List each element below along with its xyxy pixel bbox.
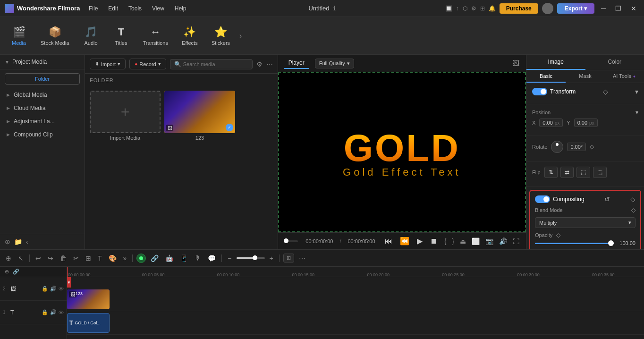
tl-redo-button[interactable]: ↪ (46, 254, 55, 263)
icon-minimize-window[interactable]: 🔲 (445, 5, 452, 12)
split-view-button[interactable]: ⬜ (471, 237, 481, 246)
compositing-toggle-switch[interactable] (535, 195, 550, 203)
track-1-lock-button[interactable]: 🔒 (42, 309, 48, 315)
tl-text-button[interactable]: T (96, 254, 104, 263)
close-button[interactable]: ✕ (628, 5, 639, 12)
sidebar-item-cloud-media[interactable]: ▶ Cloud Media (0, 102, 85, 115)
opacity-slider[interactable] (535, 243, 614, 244)
player-snapshot-button[interactable]: 🖼 (512, 59, 520, 68)
toolbar-stock-media[interactable]: 📦 Stock Media (35, 23, 75, 49)
tl-undo-button[interactable]: ↩ (34, 254, 43, 263)
media-thumb-123[interactable]: 🖼 ✓ (164, 91, 235, 133)
record-button[interactable]: ● Record ▾ (129, 59, 166, 69)
toolbar-media[interactable]: 🎬 Media (5, 23, 33, 49)
flip-vertical-button[interactable]: ⇄ (560, 167, 574, 178)
track-row-1[interactable]: T GOLD / Gol... (67, 311, 644, 335)
opacity-diamond-icon[interactable]: ◇ (556, 232, 560, 238)
tl-link-button[interactable]: 🔗 (149, 254, 161, 263)
stop-button[interactable]: ⏹ (428, 236, 440, 246)
video-clip[interactable]: 🖼 123 (67, 289, 110, 309)
icon-notification[interactable]: 🔔 (489, 5, 496, 12)
transform-diamond-icon[interactable]: ◇ (603, 88, 608, 95)
filter-icon[interactable]: ⚙ (256, 60, 263, 68)
position-expand-icon[interactable]: ▾ (636, 109, 638, 116)
avatar[interactable] (542, 3, 553, 14)
rotate-value-input[interactable]: 0.00° (567, 143, 586, 151)
minimize-button[interactable]: ─ (598, 5, 609, 12)
icon-store[interactable]: ⬡ (463, 5, 467, 12)
track-2-lock-button[interactable]: 🔒 (42, 286, 48, 292)
sidebar-item-global-media[interactable]: ▶ Global Media (0, 88, 85, 102)
sidebar-item-adjustment-la[interactable]: ▶ Adjustment La... (0, 115, 85, 128)
tl-ai-clip-button[interactable]: 🤖 (163, 254, 175, 263)
track-2-hide-button[interactable]: 👁 (59, 286, 64, 292)
tl-zoom-out-button[interactable]: − (226, 254, 233, 263)
transform-toggle-switch[interactable] (532, 88, 547, 95)
menu-edit[interactable]: Edit (103, 3, 123, 14)
menu-file[interactable]: File (84, 3, 102, 14)
restore-button[interactable]: ❐ (612, 5, 624, 12)
toolbar-effects[interactable]: ✨ Effects (176, 23, 204, 49)
media-item-import[interactable]: + Import Media (90, 91, 161, 246)
tl-select-button[interactable]: ↖ (16, 254, 25, 263)
tab-player[interactable]: Player (284, 58, 309, 69)
rewind-button[interactable]: ⏪ (398, 236, 411, 246)
track-1-hide-button[interactable]: 👁 (59, 309, 64, 315)
panel-collapse-button[interactable]: ‹ (26, 238, 28, 246)
pos-y-input[interactable]: 0.00 px (574, 119, 598, 127)
pos-x-input[interactable]: 0.00 px (539, 119, 563, 127)
rotate-diamond-icon[interactable]: ◇ (590, 144, 594, 150)
blend-mode-diamond-icon[interactable]: ◇ (631, 207, 636, 213)
tl-crop-button[interactable]: ⊞ (84, 254, 93, 263)
toolbar-titles[interactable]: T Titles (107, 23, 136, 49)
search-box[interactable]: 🔍 (170, 59, 253, 69)
folder-button[interactable]: Folder (5, 73, 80, 85)
compositing-toggle[interactable]: Compositing (535, 195, 585, 203)
purchase-button[interactable]: Purchase (500, 3, 538, 14)
more-icon[interactable]: ⋯ (266, 60, 273, 68)
export-button[interactable]: Export ▾ (557, 3, 594, 14)
tl-attach-button[interactable]: ⊕ (3, 268, 11, 276)
toolbar-stickers[interactable]: ⭐ Stickers (206, 23, 236, 49)
zoom-slider[interactable] (237, 257, 265, 259)
prev-frame-button[interactable]: ⏮ (383, 236, 394, 246)
tl-add-track-button[interactable]: ⊕ (4, 254, 13, 263)
import-thumb[interactable]: + (90, 91, 161, 133)
search-input[interactable] (183, 61, 248, 67)
play-button[interactable]: ▶ (415, 236, 424, 246)
icon-apps[interactable]: ⊞ (480, 5, 485, 12)
menu-tools[interactable]: Tools (124, 3, 146, 14)
media-item-123[interactable]: 🖼 ✓ 123 (164, 91, 235, 246)
in-point-button[interactable]: { (443, 237, 448, 246)
tl-more2-icon[interactable]: ⋯ (297, 254, 307, 263)
sidebar-item-compound-clip[interactable]: ▶ Compound Clip (0, 128, 85, 141)
quality-select[interactable]: Full Quality ▾ (315, 59, 354, 68)
tl-link2-button[interactable]: 🔗 (11, 268, 21, 276)
tl-delete-button[interactable]: 🗑 (58, 254, 68, 263)
snap-button[interactable] (136, 254, 146, 263)
progress-bar[interactable] (284, 240, 298, 242)
toolbar-more-arrow[interactable]: › (237, 32, 244, 40)
tl-zoom-in-button[interactable]: + (268, 254, 275, 263)
tl-subtitle-button[interactable]: 💬 (206, 254, 218, 263)
track-1-mute-button[interactable]: 🔊 (50, 309, 57, 315)
tl-color-button[interactable]: 🎨 (107, 254, 119, 263)
import-button[interactable]: ⬇ Import ▾ (90, 59, 126, 69)
menu-help[interactable]: Help (170, 3, 191, 14)
flip-4[interactable]: ⬚ (593, 167, 607, 178)
snapshot-button[interactable]: 📷 (484, 237, 494, 246)
tl-more-button[interactable]: » (121, 254, 129, 263)
compositing-diamond-icon[interactable]: ◇ (630, 195, 636, 203)
add-folder-button[interactable]: ⊕ (5, 238, 10, 246)
tl-grid-view-button[interactable]: ⊞ (283, 254, 294, 263)
transform-expand-icon[interactable]: ▾ (635, 88, 638, 95)
subtab-basic[interactable]: Basic (526, 70, 566, 83)
menu-view[interactable]: View (147, 3, 169, 14)
tab-color[interactable]: Color (585, 55, 644, 70)
fullscreen-button[interactable]: ⛶ (512, 237, 520, 246)
tl-audio-button[interactable]: 🎙 (193, 254, 203, 263)
text-clip[interactable]: T GOLD / Gol... (67, 313, 110, 333)
out-point-button[interactable]: } (451, 237, 455, 246)
folder-action-button[interactable]: 📁 (14, 238, 22, 246)
tab-image[interactable]: Image (526, 55, 585, 70)
